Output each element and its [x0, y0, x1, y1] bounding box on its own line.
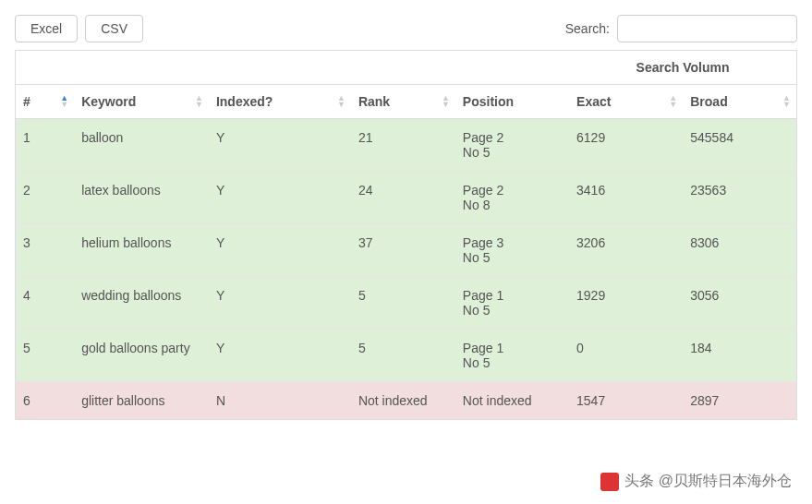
cell-exact: 6129: [569, 119, 683, 172]
table-row: 6glitter balloonsNNot indexedNot indexed…: [16, 382, 797, 420]
col-header-num-label: #: [23, 94, 30, 109]
group-header-spacer: [16, 51, 570, 85]
excel-button[interactable]: Excel: [15, 15, 78, 42]
sort-icon: ▲▼: [442, 95, 450, 108]
cell-position: Page 2No 8: [455, 172, 569, 224]
table-row: 4wedding balloonsY5Page 1No 519293056: [16, 277, 797, 330]
cell-indexed: N: [209, 382, 351, 420]
col-header-rank[interactable]: Rank ▲▼: [351, 85, 455, 119]
cell-broad: 23563: [683, 172, 796, 224]
cell-broad: 184: [683, 330, 796, 382]
cell-broad: 545584: [683, 119, 796, 172]
keyword-table: Search Volumn # ▲▼ Keyword ▲▼ Indexed? ▲…: [15, 50, 797, 420]
sort-icon: ▲▼: [195, 95, 203, 108]
cell-rank: 24: [351, 172, 455, 224]
cell-num: 2: [16, 172, 75, 224]
table-row: 2latex balloonsY24Page 2No 8341623563: [16, 172, 797, 224]
cell-position: Page 2No 5: [455, 119, 569, 172]
col-header-position: Position: [455, 85, 569, 119]
search-wrap: Search:: [565, 15, 797, 42]
col-header-exact[interactable]: Exact ▲▼: [569, 85, 683, 119]
col-header-indexed-label: Indexed?: [216, 94, 273, 109]
cell-broad: 3056: [683, 277, 796, 330]
cell-keyword: gold balloons party: [74, 330, 209, 382]
cell-num: 6: [16, 382, 75, 420]
table-body: 1balloonY21Page 2No 561295455842latex ba…: [16, 119, 797, 420]
cell-keyword: latex balloons: [74, 172, 209, 224]
cell-exact: 1547: [569, 382, 683, 420]
cell-rank: Not indexed: [351, 382, 455, 420]
sort-icon: ▲▼: [669, 95, 677, 108]
col-header-rank-label: Rank: [358, 94, 390, 109]
cell-num: 5: [16, 330, 75, 382]
col-header-broad-label: Broad: [690, 94, 727, 109]
sort-icon: ▲▼: [60, 95, 68, 108]
cell-rank: 5: [351, 277, 455, 330]
cell-keyword: wedding balloons: [74, 277, 209, 330]
table-row: 1balloonY21Page 2No 56129545584: [16, 119, 797, 172]
cell-exact: 0: [569, 330, 683, 382]
cell-rank: 37: [351, 224, 455, 277]
cell-position: Not indexed: [455, 382, 569, 420]
search-input[interactable]: [617, 15, 797, 42]
col-header-broad[interactable]: Broad ▲▼: [683, 85, 796, 119]
cell-indexed: Y: [209, 277, 351, 330]
sort-icon: ▲▼: [782, 95, 791, 108]
cell-broad: 8306: [683, 224, 796, 277]
cell-indexed: Y: [209, 172, 351, 224]
cell-keyword: balloon: [74, 119, 209, 172]
cell-num: 3: [16, 224, 75, 277]
cell-keyword: helium balloons: [74, 224, 209, 277]
cell-indexed: Y: [209, 330, 351, 382]
cell-exact: 3206: [569, 224, 683, 277]
cell-indexed: Y: [209, 119, 351, 172]
cell-exact: 1929: [569, 277, 683, 330]
search-label: Search:: [565, 21, 610, 36]
cell-exact: 3416: [569, 172, 683, 224]
table-row: 3helium balloonsY37Page 3No 532068306: [16, 224, 797, 277]
export-buttons: Excel CSV: [15, 15, 143, 42]
group-header-search-volumn: Search Volumn: [569, 51, 796, 85]
col-header-keyword[interactable]: Keyword ▲▼: [74, 85, 209, 119]
cell-broad: 2897: [683, 382, 796, 420]
cell-position: Page 1No 5: [455, 330, 569, 382]
cell-position: Page 3No 5: [455, 224, 569, 277]
col-header-position-label: Position: [463, 94, 514, 109]
table-row: 5gold balloons partyY5Page 1No 50184: [16, 330, 797, 382]
cell-rank: 5: [351, 330, 455, 382]
cell-num: 1: [16, 119, 75, 172]
col-header-num[interactable]: # ▲▼: [16, 85, 75, 119]
cell-rank: 21: [351, 119, 455, 172]
csv-button[interactable]: CSV: [85, 15, 143, 42]
cell-position: Page 1No 5: [455, 277, 569, 330]
sort-icon: ▲▼: [337, 95, 345, 108]
toolbar: Excel CSV Search:: [15, 15, 797, 42]
cell-indexed: Y: [209, 224, 351, 277]
col-header-keyword-label: Keyword: [81, 94, 136, 109]
cell-num: 4: [16, 277, 75, 330]
cell-keyword: glitter balloons: [74, 382, 209, 420]
col-header-indexed[interactable]: Indexed? ▲▼: [209, 85, 351, 119]
col-header-exact-label: Exact: [576, 94, 611, 109]
